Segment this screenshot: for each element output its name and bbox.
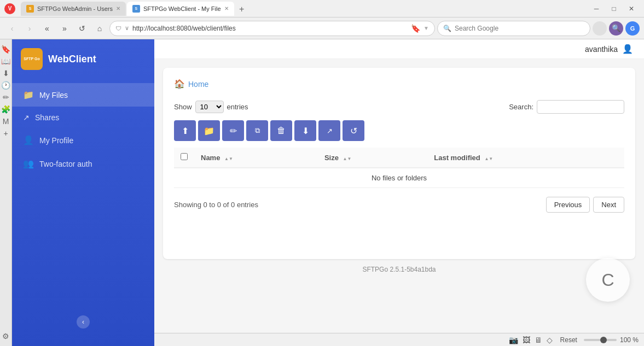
window-controls: ─ □ ✕: [588, 2, 640, 16]
column-name[interactable]: Name ▲▼: [194, 148, 318, 168]
new-tab-button[interactable]: +: [235, 3, 248, 16]
tab-favicon-2: S: [132, 5, 140, 13]
content-area: 🏠 Home Show 10 25 50 100: [154, 59, 644, 333]
column-name-label: Name: [201, 154, 220, 162]
rename-button[interactable]: ✏: [222, 120, 244, 141]
zoom-slider[interactable]: [584, 339, 617, 341]
history-back-button[interactable]: «: [39, 21, 55, 36]
search-bar[interactable]: 🔍 Search Google: [437, 21, 590, 36]
back-button[interactable]: ‹: [4, 21, 20, 36]
previous-button[interactable]: Previous: [546, 197, 590, 213]
google-account-icon[interactable]: G: [625, 21, 640, 36]
home-button[interactable]: ⌂: [92, 21, 107, 36]
sidebar-item-label-my-files: My Files: [39, 91, 68, 99]
close-button[interactable]: ✕: [623, 2, 640, 16]
show-entries-control: Show 10 25 50 100 entries: [174, 101, 248, 113]
file-toolbar: ⬆ 📁 ✏ ⧉ 🗑 ⬇ ↗ ↺: [174, 120, 624, 141]
settings-icon[interactable]: ⚙: [1, 331, 11, 342]
reset-zoom-button[interactable]: Reset: [557, 335, 581, 345]
search-engine-icon: 🔍: [443, 25, 451, 32]
app-title: WebClient: [48, 54, 96, 65]
minimize-button[interactable]: ─: [588, 2, 605, 16]
add-panel-icon[interactable]: +: [1, 128, 11, 139]
sftp-logo: SFTP Go: [21, 48, 43, 70]
column-size[interactable]: Size ▲▼: [318, 148, 427, 168]
sidebar-item-label-two-factor: Two-factor auth: [39, 160, 92, 168]
delete-button[interactable]: 🗑: [270, 120, 292, 141]
browser-profile-avatar[interactable]: [593, 21, 607, 36]
shield-icon: 🛡: [115, 25, 121, 32]
download-button[interactable]: ⬇: [294, 120, 316, 141]
select-all-checkbox[interactable]: [181, 153, 188, 160]
sidebar-item-label-my-profile: My Profile: [39, 136, 73, 145]
column-last-modified[interactable]: Last modified ▲▼: [427, 148, 624, 168]
sort-icons-name: ▲▼: [224, 156, 233, 161]
empty-message: No files or folders: [174, 168, 624, 188]
notes-icon[interactable]: ✏: [1, 92, 11, 103]
entries-select[interactable]: 10 25 50 100: [195, 101, 224, 113]
reading-list-icon[interactable]: 📖: [1, 56, 11, 67]
app-sidebar: SFTP Go WebClient 📁 My Files ↗ Shares 👤 …: [12, 39, 154, 346]
tab-favicon-1: S: [26, 5, 34, 13]
reload-button[interactable]: ↺: [74, 21, 90, 36]
copy-button[interactable]: ⧉: [246, 120, 268, 141]
user-avatar-icon: 👤: [622, 44, 633, 54]
breadcrumb-label[interactable]: Home: [188, 80, 208, 89]
table-bottom: Showing 0 to 0 of 0 entries Previous Nex…: [174, 197, 624, 213]
show-label: Show: [174, 103, 192, 111]
history-icon[interactable]: 🕐: [1, 80, 11, 91]
mastodon-icon[interactable]: M: [1, 116, 11, 127]
files-table: Name ▲▼ Size ▲▼ Last modified ▲▼: [174, 148, 624, 188]
entries-suffix: entries: [227, 103, 248, 111]
zoom-slider-thumb: [600, 337, 607, 343]
next-button[interactable]: Next: [593, 197, 624, 213]
breadcrumb: 🏠 Home: [174, 79, 624, 89]
bookmarks-panel-icon[interactable]: 🔖: [1, 44, 11, 55]
image-icon: 🖼: [523, 336, 530, 344]
sidebar-item-my-files[interactable]: 📁 My Files: [12, 83, 154, 107]
downloads-icon[interactable]: ⬇: [1, 68, 11, 79]
tab-close-1[interactable]: ✕: [116, 5, 120, 11]
vivaldi-logo: V: [4, 3, 15, 14]
pagination: Previous Next: [546, 197, 624, 213]
two-factor-icon: 👥: [23, 159, 34, 169]
tab-webclient[interactable]: S SFTPGo WebClient - My File ✕: [127, 2, 234, 16]
refresh-button[interactable]: ↺: [343, 120, 364, 141]
extensions-icon[interactable]: 🧩: [1, 104, 11, 115]
zoom-level: 100 %: [620, 336, 639, 344]
tab-close-2[interactable]: ✕: [224, 5, 229, 11]
vivaldi-search-button[interactable]: 🔍: [609, 21, 623, 36]
lock-icon: ∨: [125, 25, 129, 32]
search-label-text: Search:: [509, 103, 533, 111]
zoom-control: Reset 100 %: [557, 335, 639, 345]
create-folder-button[interactable]: 📁: [198, 120, 220, 141]
tab-webadmin[interactable]: S SFTPGo WebAdmin - Users ✕: [21, 2, 126, 16]
tab-label-2: SFTPGo WebClient - My File: [143, 5, 221, 12]
address-bar[interactable]: 🛡 ∨ http://localhost:8080/web/client/fil…: [109, 21, 435, 36]
sidebar-item-my-profile[interactable]: 👤 My Profile: [12, 128, 154, 152]
history-forward-button[interactable]: »: [57, 21, 72, 36]
shares-icon: ↗: [23, 113, 30, 122]
app-nav: 📁 My Files ↗ Shares 👤 My Profile 👥 Two-f…: [12, 79, 154, 315]
sidebar-item-two-factor[interactable]: 👥 Two-factor auth: [12, 152, 154, 175]
forward-button[interactable]: ›: [22, 21, 37, 36]
content-card: 🏠 Home Show 10 25 50 100: [163, 68, 635, 259]
sidebar-item-shares[interactable]: ↗ Shares: [12, 107, 154, 128]
column-size-label: Size: [324, 154, 339, 162]
bookmark-icon[interactable]: 🔖: [411, 24, 420, 33]
table-search-input[interactable]: [537, 100, 624, 114]
tab-group: S SFTPGo WebAdmin - Users ✕ S SFTPGo Web…: [21, 2, 586, 16]
maximize-button[interactable]: □: [606, 2, 622, 16]
url-display: http://localhost:8080/web/client/files: [132, 25, 408, 32]
search-control: Search:: [509, 100, 624, 114]
upload-file-button[interactable]: ⬆: [174, 120, 196, 141]
monitor-icon: 🖥: [535, 336, 542, 344]
share-button[interactable]: ↗: [318, 120, 340, 141]
chevron-down-icon[interactable]: ▼: [423, 25, 429, 31]
camera-icon: 📷: [509, 336, 518, 344]
code-icon: ◇: [547, 336, 553, 344]
sidebar-item-label-shares: Shares: [35, 113, 59, 122]
sort-icons-size: ▲▼: [343, 156, 352, 161]
column-last-modified-label: Last modified: [434, 154, 480, 162]
sidebar-toggle-button[interactable]: ‹: [77, 315, 90, 329]
